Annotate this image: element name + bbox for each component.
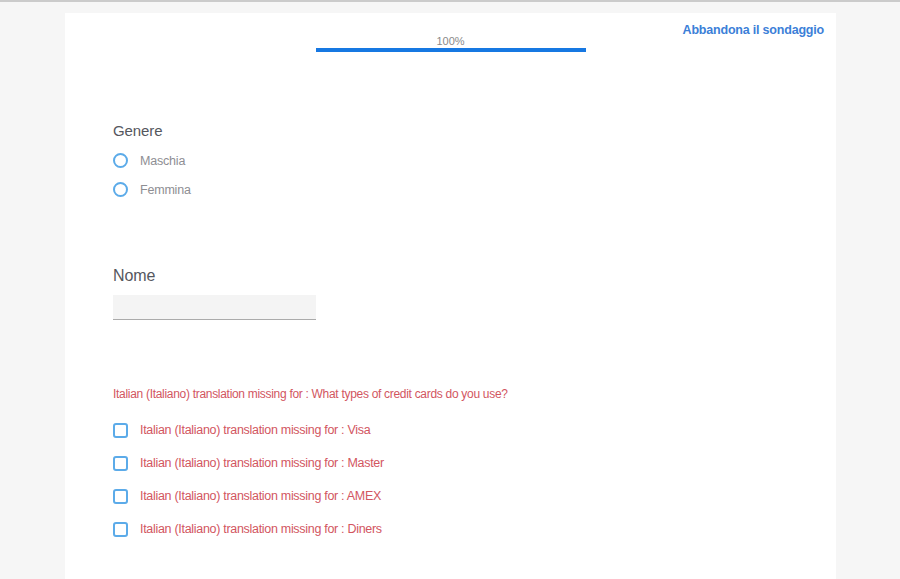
checkbox-option-label: Italian (Italiano) translation missing f… bbox=[140, 489, 381, 503]
survey-progress: 100% bbox=[316, 35, 586, 52]
question-gender: Genere Maschia Femmina bbox=[113, 123, 191, 197]
checkbox-icon[interactable] bbox=[113, 522, 128, 537]
checkbox-icon[interactable] bbox=[113, 456, 128, 471]
credit-cards-question-title: Italian (Italiano) translation missing f… bbox=[113, 388, 508, 401]
progress-track bbox=[316, 48, 586, 52]
checkbox-icon[interactable] bbox=[113, 489, 128, 504]
name-question-title: Nome bbox=[113, 267, 316, 284]
question-credit-cards: Italian (Italiano) translation missing f… bbox=[113, 388, 508, 537]
radio-option-femmina[interactable]: Femmina bbox=[113, 182, 191, 197]
checkbox-option-label: Italian (Italiano) translation missing f… bbox=[140, 522, 382, 536]
name-input[interactable] bbox=[113, 295, 316, 320]
radio-button-icon[interactable] bbox=[113, 182, 128, 197]
checkbox-option-visa[interactable]: Italian (Italiano) translation missing f… bbox=[113, 422, 508, 438]
survey-card: Abbandona il sondaggio 100% Genere Masch… bbox=[65, 13, 836, 579]
radio-option-label: Femmina bbox=[140, 183, 191, 197]
radio-button-icon[interactable] bbox=[113, 153, 128, 168]
checkbox-option-master[interactable]: Italian (Italiano) translation missing f… bbox=[113, 455, 508, 471]
checkbox-option-label: Italian (Italiano) translation missing f… bbox=[140, 423, 370, 437]
checkbox-option-diners[interactable]: Italian (Italiano) translation missing f… bbox=[113, 521, 508, 537]
page-top-border bbox=[0, 0, 900, 2]
checkbox-option-amex[interactable]: Italian (Italiano) translation missing f… bbox=[113, 488, 508, 504]
progress-fill bbox=[316, 48, 586, 52]
gender-question-title: Genere bbox=[113, 123, 191, 139]
abandon-survey-link[interactable]: Abbandona il sondaggio bbox=[683, 23, 824, 37]
checkbox-option-label: Italian (Italiano) translation missing f… bbox=[140, 456, 384, 470]
radio-option-maschia[interactable]: Maschia bbox=[113, 153, 191, 168]
question-name: Nome bbox=[113, 267, 316, 320]
radio-option-label: Maschia bbox=[140, 154, 185, 168]
checkbox-icon[interactable] bbox=[113, 423, 128, 438]
progress-percent-label: 100% bbox=[316, 35, 586, 47]
